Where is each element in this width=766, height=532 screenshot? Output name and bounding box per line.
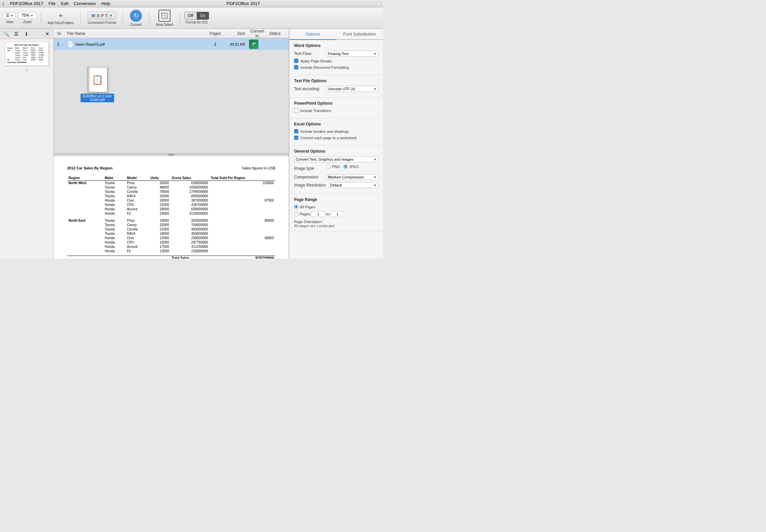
include-formatting-checkbox[interactable]: ✓ [294, 65, 298, 69]
text-icon: T [105, 13, 108, 18]
include-borders-row: ✓ Include borders and shadings [294, 129, 378, 134]
total-value: 9235700000 [209, 256, 275, 259]
add-files-button[interactable]: + Add Files/Folders [45, 10, 77, 26]
close-sidebar-icon[interactable]: ✕ [43, 30, 51, 38]
encoding-select[interactable]: Unicode UTF-16 ▼ [326, 86, 378, 92]
apple-menu-item[interactable]:  [3, 1, 4, 6]
include-transitions-checkbox[interactable] [294, 108, 298, 113]
cell-units: 19500 [149, 211, 170, 216]
cell-total [209, 194, 275, 198]
col-units: Units [149, 175, 170, 181]
convert-button[interactable]: ↻ Convert [127, 8, 145, 28]
add-files-label: Add Files/Folders [48, 21, 74, 25]
png-radio[interactable] [326, 164, 331, 169]
options-tabs: Options Font Substitution [289, 29, 383, 40]
toggle-on-option[interactable]: On [197, 12, 209, 19]
app-menu-item-conversion[interactable]: Conversion [74, 1, 96, 6]
cell-gross: 436700000 [170, 203, 209, 207]
info-icon[interactable]: ℹ [22, 30, 30, 38]
cell-make: Honda [103, 198, 126, 203]
zoom-dropdown[interactable]: 75% ▼ [18, 12, 37, 19]
conversion-format-button[interactable]: W X P T ▼ Conversion Format [85, 10, 119, 26]
cell-total [209, 207, 275, 211]
cell-region [67, 245, 103, 249]
from-page-input[interactable] [312, 211, 325, 217]
compression-select[interactable]: Medium Compression ▼ [326, 174, 378, 180]
app-menu-item-help[interactable]: Help [101, 1, 110, 6]
table-row: Honda Accord 17500 411250000 [67, 245, 275, 249]
table-row: Toyota RAV4 32000 800000000 [67, 194, 275, 198]
resolution-select[interactable]: Default ▼ [329, 182, 378, 188]
convert-type-select[interactable]: Convert Text, Graphics and Images ▼ [294, 156, 378, 162]
table-row: Toyota Corolla 78000 1794000000 [67, 190, 275, 194]
format-ios-toggle[interactable]: Off On [184, 12, 209, 20]
tab-font-substitution[interactable]: Font Substitution [336, 29, 383, 39]
toggle-off-option[interactable]: Off [185, 12, 197, 19]
thumbnail-panel: 🔍 ☰ ℹ ✕ 2012 Car Sales By Region RegionM… [0, 29, 54, 259]
apply-page-breaks-checkbox[interactable]: ✓ [294, 59, 298, 63]
compression-label: Compression: [294, 175, 324, 179]
search-icon[interactable]: 🔍 [2, 30, 10, 38]
include-borders-label: Include borders and shadings [300, 129, 349, 134]
table-row: Honda Civic 12000 258000000 58000 [67, 236, 275, 240]
text-file-options-section: Text File Options Text encoding: Unicode… [289, 75, 383, 98]
app-menu-item-app[interactable]: PDF2Office 2017 [10, 1, 43, 6]
file-sr: 1 [55, 42, 65, 47]
area-select-button[interactable]: Area Select [153, 8, 176, 28]
cell-units: 13500 [149, 249, 170, 253]
orientation-value: All pages are Landscape [294, 224, 378, 228]
file-size: 30.51 KB [224, 42, 247, 46]
total-row: Total Sales 9235700000 [67, 256, 275, 259]
word-icon: W [91, 13, 95, 18]
cell-model: Prius [126, 180, 149, 185]
include-borders-checkbox[interactable]: ✓ [294, 129, 298, 134]
radio-inner [344, 165, 347, 168]
table-row: Toyota Corolla 21000 483000000 [67, 227, 275, 231]
pdf-file-icon: 📄 [67, 41, 74, 47]
cell-units: 32000 [149, 223, 170, 227]
panel-divider[interactable] [54, 153, 289, 156]
cell-model: RAV4 [126, 231, 149, 236]
cell-region [67, 190, 103, 194]
cell-model: Accord [126, 245, 149, 249]
to-page-input[interactable] [331, 211, 344, 217]
drag-item[interactable]: 📋 ID2Office v2.2 User Guide.pdf [81, 67, 114, 102]
all-pages-label: All Pages [300, 205, 315, 209]
view-label: View [6, 20, 13, 24]
drop-zone[interactable]: 📋 ID2Office v2.2 User Guide.pdf [54, 50, 289, 153]
cell-gross: 1056000000 [170, 185, 209, 190]
cell-total: 87500 [209, 198, 275, 203]
cell-model: Camry [126, 185, 149, 190]
page-range-title: Page Range [294, 197, 378, 202]
table-row: Honda CRV 22000 436700000 [67, 203, 275, 207]
all-pages-radio[interactable] [294, 205, 298, 209]
cell-units: 17500 [149, 245, 170, 249]
cell-model: Corolla [126, 227, 149, 231]
total-label: Total Sales [170, 256, 209, 259]
list-icon[interactable]: ☰ [12, 30, 20, 38]
page-thumbnail[interactable]: 2012 Car Sales By Region RegionMakeModel… [5, 42, 49, 66]
convert-pages-checkbox[interactable]: ✓ [294, 136, 298, 140]
cell-make: Honda [103, 240, 126, 245]
png-label: PNG [332, 165, 340, 169]
col-convert-header: Convert to [247, 29, 267, 38]
text-flow-select[interactable]: Flowing Text ▼ [326, 51, 378, 57]
cell-make: Honda [103, 207, 126, 211]
cell-make: Toyota [103, 180, 126, 185]
app-menu-item-file[interactable]: File [49, 1, 56, 6]
drag-pdf-icon: 📋 [92, 74, 103, 85]
apply-page-breaks-label: Apply Page Breaks [300, 59, 332, 63]
window-control-minimize[interactable] [376, 2, 380, 6]
jpeg-radio[interactable] [343, 164, 348, 169]
tab-options[interactable]: Options [289, 29, 336, 40]
view-dropdown[interactable]: ☰ ▼ [3, 12, 16, 19]
divider-indicator [168, 154, 175, 155]
cell-gross: 411250000 [170, 245, 209, 249]
cell-make: Toyota [103, 190, 126, 194]
app-menu-item-edit[interactable]: Edit [61, 1, 68, 6]
pages-radio[interactable] [294, 212, 298, 216]
powerpoint-options-section: PowerPoint Options Include Transitions [289, 98, 383, 118]
file-list-row[interactable]: 1 📄 Sales Report3.pdf 1 30.51 KB X■ [54, 38, 289, 50]
doc-main-title: 2012 Car Sales By Region [67, 166, 112, 170]
jpeg-label: JPEG [349, 165, 359, 169]
